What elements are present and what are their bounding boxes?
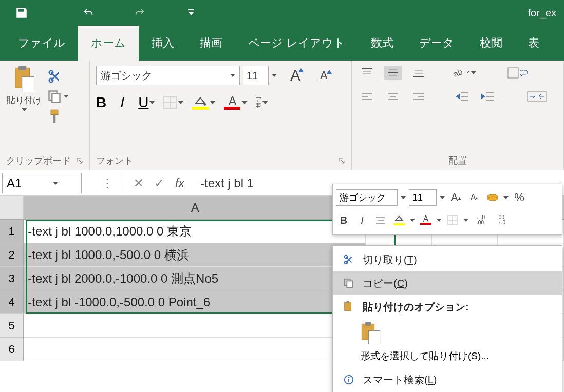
svg-point-47 <box>487 197 498 201</box>
name-box-input[interactable] <box>7 176 53 190</box>
qat-customize-icon[interactable] <box>181 3 201 23</box>
align-top-icon[interactable] <box>358 66 377 80</box>
save-icon[interactable] <box>12 3 31 23</box>
svg-marker-41 <box>481 94 485 99</box>
ctx-copy[interactable]: コピー(C) <box>333 271 562 295</box>
ctx-smart-lookup-label: スマート検索(L) <box>363 373 437 387</box>
cell-a2[interactable]: -text j bl 1000.0,-500.0 0 横浜 <box>24 243 366 267</box>
orientation-icon[interactable]: ab <box>453 66 477 80</box>
tab-home[interactable]: ホーム <box>78 25 139 61</box>
decrease-indent-icon[interactable] <box>453 89 471 104</box>
svg-rect-9 <box>51 110 58 114</box>
fb-more-icon[interactable]: ⋮ <box>97 174 118 192</box>
row-header-5[interactable]: 5 <box>0 314 24 338</box>
align-bottom-icon[interactable] <box>409 66 428 80</box>
clipboard-dialog-launcher-icon[interactable] <box>76 157 83 164</box>
bold-button[interactable]: B <box>96 94 106 111</box>
mini-font-size-value: 11 <box>412 192 423 203</box>
row-header-2[interactable]: 2 <box>0 243 24 267</box>
mini-borders-button[interactable] <box>445 213 460 227</box>
ctx-paste-option-values[interactable] <box>333 319 562 344</box>
wrap-text-icon[interactable] <box>505 66 530 80</box>
tab-review[interactable]: 校閲 <box>467 25 515 61</box>
ctx-paste-special[interactable]: 形式を選択して貼り付け(S)... <box>333 344 562 368</box>
cut-icon <box>340 254 358 265</box>
cell-a1[interactable]: -text j bl 1000.0,1000.0 0 東京 <box>24 220 366 243</box>
font-name-combo[interactable]: 游ゴシック <box>96 66 240 85</box>
cut-icon[interactable] <box>47 69 69 84</box>
col-header-a[interactable]: A <box>24 196 367 220</box>
tab-data[interactable]: データ <box>406 25 467 61</box>
cell-a5[interactable] <box>24 314 366 338</box>
font-dialog-launcher-icon[interactable] <box>338 157 345 164</box>
align-left-icon[interactable] <box>358 89 377 104</box>
formula-text[interactable]: -text j bl 1 <box>200 176 254 190</box>
row-header-3[interactable]: 3 <box>0 267 24 290</box>
name-box[interactable] <box>2 173 82 193</box>
svg-rect-0 <box>188 9 194 10</box>
italic-button[interactable]: I <box>115 94 130 111</box>
mini-decrease-decimal-icon[interactable]: .00→.0 <box>492 213 510 227</box>
ctx-paste-options-label: 貼り付けのオプション: <box>363 300 469 314</box>
mini-increase-decimal-icon[interactable]: ←.0.00 <box>472 213 489 227</box>
borders-button[interactable] <box>163 95 183 110</box>
cancel-formula-icon[interactable]: ✕ <box>128 174 149 192</box>
tab-view[interactable]: 表 <box>515 25 552 61</box>
mini-align-center-icon[interactable] <box>373 213 388 227</box>
increase-indent-icon[interactable] <box>478 89 497 104</box>
font-name-value: 游ゴシック <box>101 69 152 83</box>
alignment-group-label: 配置 <box>448 154 467 167</box>
tab-file[interactable]: ファイル <box>5 25 78 61</box>
row-header-4[interactable]: 4 <box>0 290 24 314</box>
font-group-label: フォント <box>96 154 133 167</box>
svg-rect-8 <box>52 93 60 103</box>
merge-center-icon[interactable] <box>524 89 549 104</box>
phonetic-guide-button[interactable]: ア亜 <box>255 96 268 109</box>
clipboard-group-label: クリップボード <box>6 154 71 167</box>
ctx-smart-lookup[interactable]: スマート検索(L) <box>333 368 562 391</box>
fill-color-button[interactable] <box>192 95 215 110</box>
decrease-font-size-icon[interactable]: A <box>320 69 332 82</box>
insert-function-icon[interactable]: fx <box>170 174 190 192</box>
svg-rect-4 <box>22 77 34 92</box>
mini-bold-button[interactable]: B <box>336 213 351 227</box>
align-middle-icon[interactable] <box>384 66 402 80</box>
mini-increase-font-icon[interactable]: A▴ <box>448 190 463 205</box>
font-size-combo[interactable]: 11 <box>243 66 269 85</box>
mini-font-color-button[interactable]: A <box>418 213 434 227</box>
cell-a6[interactable] <box>24 338 366 361</box>
align-right-icon[interactable] <box>409 89 428 104</box>
mini-accounting-format-icon[interactable] <box>485 190 500 205</box>
tab-page-layout[interactable]: ページ レイアウト <box>235 25 358 61</box>
mini-italic-button[interactable]: I <box>354 213 370 227</box>
mini-font-size-combo[interactable]: 11 <box>409 189 437 206</box>
enter-formula-icon[interactable]: ✓ <box>149 174 170 192</box>
increase-font-size-icon[interactable]: A <box>290 67 304 84</box>
format-painter-icon[interactable] <box>47 109 69 125</box>
mini-fill-color-button[interactable] <box>391 213 407 227</box>
ctx-cut[interactable]: 切り取り(T) <box>333 248 562 271</box>
paste-icon <box>340 301 358 313</box>
mini-font-name-value: 游ゴシック <box>340 191 386 204</box>
copy-icon[interactable] <box>47 89 69 104</box>
svg-point-16 <box>204 103 206 105</box>
select-all-corner[interactable] <box>0 196 24 220</box>
mini-percent-icon[interactable]: % <box>512 190 527 205</box>
cell-a4[interactable]: -text j bl -1000.0,-500.0 0 Point_6 <box>24 290 366 314</box>
align-center-icon[interactable] <box>384 89 402 104</box>
tab-draw[interactable]: 描画 <box>187 25 235 61</box>
redo-icon[interactable] <box>130 3 149 23</box>
font-size-dropdown-icon[interactable] <box>272 74 277 77</box>
font-color-button[interactable]: A <box>223 95 247 110</box>
underline-button[interactable]: U <box>138 94 148 111</box>
svg-rect-62 <box>369 331 380 344</box>
tab-insert[interactable]: 挿入 <box>139 25 187 61</box>
paste-button[interactable]: 貼り付け <box>6 66 42 125</box>
tab-formulas[interactable]: 数式 <box>358 25 406 61</box>
mini-decrease-font-icon[interactable]: A▴ <box>466 190 482 205</box>
cell-a3[interactable]: -text j bl 2000.0,-1000.0 0 測点No5 <box>24 267 366 290</box>
mini-font-name-combo[interactable]: 游ゴシック <box>336 189 398 206</box>
row-header-1[interactable]: 1 <box>0 220 24 243</box>
undo-icon[interactable] <box>79 3 98 23</box>
row-header-6[interactable]: 6 <box>0 338 24 361</box>
